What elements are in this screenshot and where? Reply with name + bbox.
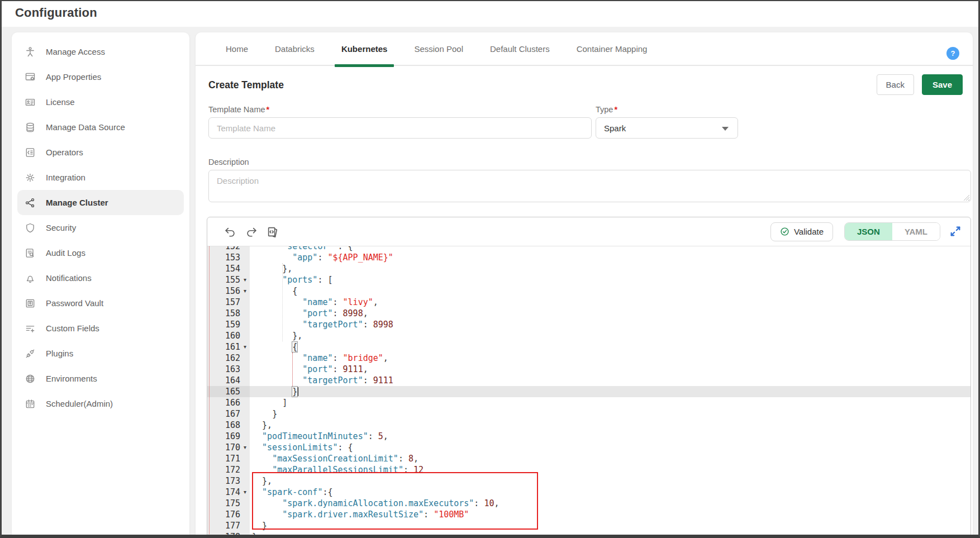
sidebar-item-audit-logs[interactable]: Audit Logs — [17, 240, 184, 265]
tab-container-mapping[interactable]: Container Mapping — [563, 32, 661, 65]
line-number: 162 — [207, 353, 250, 364]
sidebar-item-operators[interactable]: Operators — [17, 140, 184, 165]
template-name-input[interactable] — [208, 117, 592, 139]
tab-default-clusters[interactable]: Default Clusters — [477, 32, 563, 65]
code-text: "name": "bridge", — [250, 353, 388, 364]
page-title: Configuration — [15, 6, 97, 20]
code-line[interactable]: 161▾ { — [207, 341, 971, 353]
code-line[interactable]: 165 } — [207, 386, 971, 397]
help-icon[interactable]: ? — [946, 47, 959, 60]
mode-json[interactable]: JSON — [845, 223, 892, 240]
line-number: 166 — [207, 397, 250, 408]
required-asterisk: * — [267, 105, 270, 114]
description-input[interactable] — [208, 170, 971, 202]
code-line[interactable]: 172 "maxParallelSessionsLimit": 12 — [207, 464, 971, 475]
code-line[interactable]: 162 "name": "bridge", — [207, 353, 971, 364]
code-line[interactable]: 154 }, — [207, 263, 971, 274]
tab-session-pool[interactable]: Session Pool — [401, 32, 477, 65]
code-line[interactable]: 157 "name": "livy", — [207, 297, 971, 308]
sidebar-item-label: Manage Access — [46, 47, 105, 56]
code-line[interactable]: 163 "port": 9111, — [207, 364, 971, 375]
code-line[interactable]: 174▾ "spark-conf":{ — [207, 487, 971, 498]
line-number: 172 — [207, 464, 250, 475]
sidebar-item-label: Password Vault — [46, 298, 103, 308]
sidebar-item-plugins[interactable]: Plugins — [17, 341, 184, 366]
code-line[interactable]: 168 }, — [207, 420, 971, 431]
fold-arrow-icon[interactable]: ▾ — [240, 285, 250, 297]
code-line[interactable]: 175 "spark.dynamicAllocation.maxExecutor… — [207, 498, 971, 509]
tab-home[interactable]: Home — [212, 32, 261, 65]
sidebar-item-scheduler-admin[interactable]: Scheduler(Admin) — [17, 391, 184, 416]
code-line[interactable]: 176 "spark.driver.maxResultSize": "100MB… — [207, 509, 971, 520]
fold-arrow-icon — [240, 263, 250, 274]
fold-arrow-icon — [240, 475, 250, 487]
sidebar-item-label: Manage Data Source — [46, 122, 125, 132]
sidebar-item-label: Security — [46, 223, 76, 232]
custom-fields-icon — [24, 322, 36, 335]
mode-yaml[interactable]: YAML — [892, 223, 940, 240]
tab-kubernetes[interactable]: Kubernetes — [328, 32, 401, 65]
code-line[interactable]: 177 } — [207, 520, 971, 531]
save-button[interactable]: Save — [922, 74, 963, 95]
code-line[interactable]: 171 "maxSessionCreationLimit": 8, — [207, 453, 971, 464]
code-line[interactable]: 155▾ "ports": [ — [207, 274, 971, 285]
validate-button[interactable]: Validate — [770, 222, 833, 241]
code-line[interactable]: 159 "targetPort": 8998 — [207, 319, 971, 330]
code-line[interactable]: 166 ] — [207, 397, 971, 408]
fullscreen-expand-icon[interactable] — [949, 225, 963, 239]
undo-icon[interactable] — [223, 225, 237, 239]
operators-doc-icon — [24, 146, 36, 159]
code-text: "spark.dynamicAllocation.maxExecutors": … — [250, 498, 499, 509]
fold-arrow-icon — [240, 509, 250, 520]
audit-log-icon — [24, 247, 36, 259]
sidebar-item-label: Manage Cluster — [46, 198, 108, 207]
line-number: 176 — [207, 509, 250, 520]
sidebar-item-label: Notifications — [46, 273, 92, 283]
fold-arrow-icon — [240, 246, 250, 252]
back-button[interactable]: Back — [877, 74, 914, 95]
line-number: 177 — [207, 520, 250, 531]
line-number: 174▾ — [207, 487, 250, 498]
code-line[interactable]: 173 }, — [207, 475, 971, 487]
sidebar-item-manage-access[interactable]: Manage Access — [17, 39, 184, 64]
code-line[interactable]: 170▾ "sessionLimits": { — [207, 442, 971, 453]
code-line[interactable]: 156▾ { — [207, 285, 971, 297]
bell-icon — [24, 272, 36, 284]
code-text: ] — [250, 397, 287, 408]
fold-arrow-icon — [240, 319, 250, 330]
line-number: 173 — [207, 475, 250, 487]
code-line[interactable]: 169 "podTimeoutInMinutes": 5, — [207, 431, 971, 442]
code-line[interactable]: 152 "selector" : { — [207, 246, 971, 252]
line-number: 157 — [207, 297, 250, 308]
sidebar-item-manage-data-source[interactable]: Manage Data Source — [17, 115, 184, 140]
sidebar-item-notifications[interactable]: Notifications — [17, 265, 184, 291]
format-code-icon[interactable] — [265, 225, 280, 239]
type-select[interactable]: Spark — [596, 117, 738, 139]
required-asterisk: * — [614, 105, 617, 114]
sidebar-item-integration[interactable]: Integration — [17, 165, 184, 190]
line-number: 159 — [207, 319, 250, 330]
redo-icon[interactable] — [244, 225, 259, 239]
fold-arrow-icon[interactable]: ▾ — [240, 442, 250, 453]
tab-databricks[interactable]: Databricks — [261, 32, 328, 65]
line-number: 163 — [207, 364, 250, 375]
code-line[interactable]: 178} — [207, 531, 971, 538]
check-circle-icon — [780, 227, 789, 236]
sidebar-item-environments[interactable]: Environments — [17, 366, 184, 391]
fold-arrow-icon[interactable]: ▾ — [240, 487, 250, 498]
code-line[interactable]: 167 } — [207, 408, 971, 420]
sidebar-item-manage-cluster[interactable]: Manage Cluster — [17, 190, 184, 215]
code-line[interactable]: 153 "app": "${APP_NAME}" — [207, 252, 971, 263]
sidebar-item-security[interactable]: Security — [17, 215, 184, 240]
code-area[interactable]: 152 "selector" : {153 "app": "${APP_NAME… — [207, 246, 971, 538]
sidebar-item-license[interactable]: License — [17, 89, 184, 115]
indent-guide-active — [292, 353, 293, 386]
sidebar-item-app-properties[interactable]: App Properties — [17, 64, 184, 89]
sidebar-item-custom-fields[interactable]: Custom Fields — [17, 316, 184, 341]
code-line[interactable]: 158 "port": 8998, — [207, 308, 971, 319]
code-line[interactable]: 164 "targetPort": 9111 — [207, 375, 971, 386]
sidebar-item-password-vault[interactable]: Password Vault — [17, 291, 184, 316]
fold-arrow-icon[interactable]: ▾ — [240, 341, 250, 353]
fold-arrow-icon[interactable]: ▾ — [240, 274, 250, 285]
code-line[interactable]: 160 }, — [207, 330, 971, 341]
